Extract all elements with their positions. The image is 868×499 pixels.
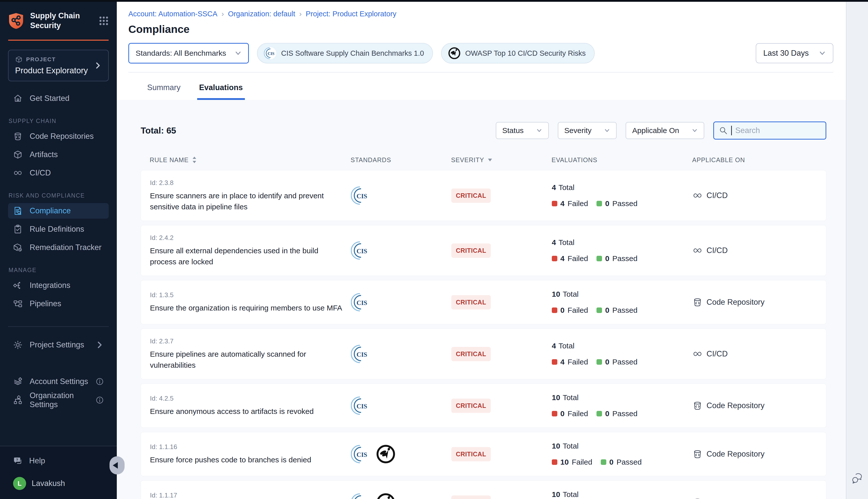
pipeline-icon	[13, 299, 23, 308]
cell-severity: CRITICAL	[451, 295, 552, 309]
breadcrumb-organization-link[interactable]: Organization: default	[228, 10, 296, 18]
column-rule-name: RULE NAME	[150, 156, 351, 164]
breadcrumb-separator: ›	[221, 10, 224, 18]
filter-select-severity[interactable]: Severity	[558, 122, 617, 139]
table-row[interactable]: Id: 1.1.16 Ensure force pushes code to b…	[141, 432, 826, 476]
sidebar-item-account-settings[interactable]: Account Settings	[8, 374, 109, 390]
chip-cis-benchmark[interactable]: CIS CIS Software Supply Chain Benchmarks…	[257, 43, 433, 63]
severity-badge: CRITICAL	[451, 447, 491, 461]
cell-severity: CRITICAL	[451, 496, 552, 499]
sidebar-item-integrations[interactable]: Integrations	[8, 278, 109, 293]
applicable-on-label: CI/CD	[707, 349, 727, 358]
sidebar-item-project-settings[interactable]: Project Settings	[8, 337, 109, 353]
search-box[interactable]	[713, 121, 826, 139]
table-row[interactable]: Id: 2.4.2 Ensure all external dependenci…	[141, 225, 826, 276]
standards-select-value: Standards: All Benchmarks	[136, 49, 226, 58]
sidebar-collapse-handle[interactable]	[109, 456, 124, 474]
sidebar-item-organization-settings[interactable]: Organization Settings	[8, 392, 109, 408]
sidebar-item-label: Account Settings	[29, 377, 89, 386]
table-row[interactable]: Id: 1.3.5 Ensure the organization is req…	[141, 280, 826, 324]
table-row[interactable]: Id: 2.3.8 Ensure scanners are in place t…	[141, 170, 826, 221]
sidebar-item-code-repositories[interactable]: Code Repositories	[8, 129, 109, 144]
chip-label: OWASP Top 10 CI/CD Security Risks	[465, 49, 586, 58]
repo-icon	[692, 401, 702, 411]
cell-rule-name: Id: 4.2.5 Ensure anonymous access to art…	[150, 394, 351, 417]
filter-controls: Status Severity Applicable On	[496, 121, 826, 139]
svg-text:CIS: CIS	[357, 403, 367, 410]
breadcrumb: Account: Automation-SSCA › Organization:…	[128, 10, 833, 18]
chevron-right-icon	[96, 341, 104, 349]
severity-badge: CRITICAL	[451, 243, 491, 258]
cell-evaluations: 4 Total 4 Failed 0 Passed	[552, 183, 692, 208]
column-label: SEVERITY	[451, 156, 484, 164]
app-switcher-grid-icon[interactable]	[99, 16, 109, 26]
help-button[interactable]: ? Help	[8, 453, 109, 468]
rule-id: Id: 1.3.5	[150, 291, 351, 299]
rule-title: Ensure scanners are in place to identify…	[150, 190, 346, 212]
rule-title: Ensure pipelines are automatically scann…	[150, 349, 346, 370]
table-header: RULE NAME STANDARDS SEVERITY EVALUATIONS…	[141, 156, 826, 170]
sort-icon[interactable]	[192, 156, 197, 164]
sidebar-item-ci-cd[interactable]: CI/CD	[8, 165, 109, 181]
column-severity: SEVERITY	[451, 156, 552, 164]
column-standards: STANDARDS	[351, 156, 451, 164]
sort-desc-icon[interactable]	[487, 158, 493, 162]
search-input[interactable]	[735, 126, 821, 135]
user-menu[interactable]: L Lavakush	[8, 475, 109, 491]
list-controls-row: Total: 65 Status Severity Applicable On	[141, 121, 826, 139]
repo-icon	[692, 297, 702, 307]
sidebar-item-label: Artifacts	[29, 150, 58, 159]
sidebar-item-label: Project Settings	[29, 340, 89, 349]
chip-owasp-top10[interactable]: OWASP Top 10 CI/CD Security Risks	[441, 43, 595, 63]
sidebar-section-label: RISK AND COMPLIANCE	[9, 192, 109, 199]
search-icon	[719, 126, 727, 135]
standards-select[interactable]: Standards: All Benchmarks	[128, 43, 249, 63]
owasp-logo-icon	[448, 47, 461, 60]
info-icon[interactable]	[96, 378, 104, 386]
failed-indicator	[552, 256, 557, 261]
severity-badge: CRITICAL	[451, 295, 491, 309]
severity-badge: CRITICAL	[451, 399, 491, 413]
chip-label: CIS Software Supply Chain Benchmarks 1.0	[281, 49, 424, 58]
passed-indicator	[601, 459, 606, 465]
support-chat-icon[interactable]	[850, 471, 865, 485]
sidebar-item-pipelines[interactable]: Pipelines	[8, 296, 109, 312]
failed-indicator	[552, 359, 557, 365]
passed-indicator	[596, 359, 602, 365]
cell-evaluations: 10 Total 0 Failed 0 Passed	[552, 290, 692, 315]
standards-filter-row: Standards: All Benchmarks CIS CIS Softwa…	[128, 43, 833, 63]
info-icon[interactable]	[96, 396, 104, 404]
cell-severity: CRITICAL	[451, 399, 552, 413]
table-row[interactable]: Id: 4.2.5 Ensure anonymous access to art…	[141, 384, 826, 428]
filter-select-status[interactable]: Status	[496, 122, 549, 139]
date-range-select[interactable]: Last 30 Days	[756, 43, 833, 63]
sidebar-item-remediation-tracker[interactable]: Remediation Tracker	[8, 240, 109, 255]
chevron-down-icon	[234, 50, 242, 57]
infinity-icon	[692, 191, 702, 200]
sidebar-item-label: Organization Settings	[29, 391, 89, 409]
sidebar-item-artifacts[interactable]: Artifacts	[8, 147, 109, 162]
table-row[interactable]: Id: 1.1.17 Ensure branch deletions are d…	[141, 480, 826, 499]
filter-select-applicable-on[interactable]: Applicable On	[626, 122, 704, 139]
infinity-icon	[692, 245, 702, 256]
column-label: EVALUATIONS	[552, 156, 597, 164]
table-row[interactable]: Id: 2.3.7 Ensure pipelines are automatic…	[141, 329, 826, 379]
repo-icon	[692, 498, 702, 499]
breadcrumb-account-link[interactable]: Account: Automation-SSCA	[128, 10, 217, 18]
project-selector[interactable]: PROJECT Product Exploratory	[8, 50, 109, 81]
breadcrumb-project-link[interactable]: Project: Product Exploratory	[306, 10, 396, 18]
collapse-arrow-icon	[113, 462, 118, 468]
failed-indicator	[552, 201, 557, 206]
sidebar-item-label: Compliance	[29, 206, 71, 215]
sidebar-item-rule-definitions[interactable]: Rule Definitions	[8, 221, 109, 237]
sidebar-item-compliance[interactable]: Compliance	[8, 203, 109, 219]
rule-id: Id: 4.2.5	[150, 394, 351, 402]
applicable-on-label: CI/CD	[707, 246, 727, 255]
chevron-right-icon	[94, 62, 102, 69]
tab-evaluations[interactable]: Evaluations	[197, 80, 245, 100]
svg-text:CIS: CIS	[268, 51, 275, 56]
sidebar-item-label: CI/CD	[29, 168, 51, 178]
sidebar-item-get-started[interactable]: Get Started	[8, 90, 109, 106]
column-label: APPLICABLE ON	[692, 156, 745, 164]
tab-summary[interactable]: Summary	[145, 80, 183, 100]
